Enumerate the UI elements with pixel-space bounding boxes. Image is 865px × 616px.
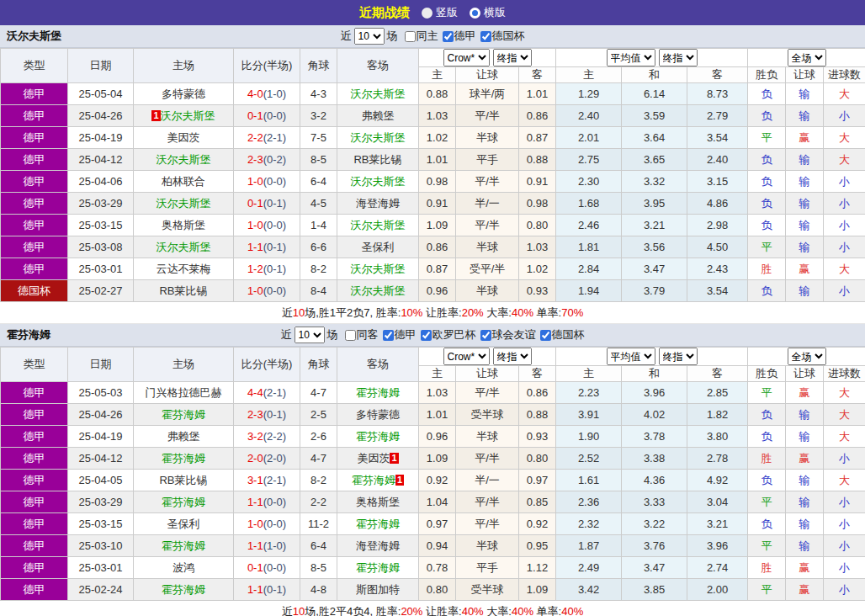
team-link[interactable]: 霍芬海姆 [162,496,205,508]
team-link[interactable]: 沃尔夫斯堡 [351,88,406,100]
bookmaker-select[interactable]: Crow* [443,348,490,365]
average-select[interactable]: 平均值 [607,49,655,66]
filter-checkbox[interactable] [383,330,394,341]
table-row: 德甲25-04-19弗赖堡3-2(2-2)2-6霍芬海姆0.96半球0.931.… [1,426,865,448]
filter-checkbox[interactable] [443,31,454,42]
team-link[interactable]: 霍芬海姆 [162,408,205,421]
odds-stage-select[interactable]: 终指 [493,49,532,66]
match-date: 25-03-15 [68,215,134,236]
team-link[interactable]: 弗赖堡 [362,109,395,122]
league-badge: 德甲 [1,193,68,215]
team-link[interactable]: RB莱比锡 [353,153,401,166]
team-link[interactable]: 霍芬海姆 [356,386,400,399]
match-count-select[interactable]: 10 [295,327,325,343]
team-link[interactable]: 沃尔夫斯堡 [157,197,211,210]
team-link[interactable]: 霍芬海姆 [356,518,400,530]
average-select[interactable]: 平均值 [607,348,655,365]
away-team: 奥格斯堡 [337,491,419,513]
layout-radio[interactable] [470,8,480,19]
filter-checkbox[interactable] [480,31,491,42]
team-link[interactable]: 霍芬海姆 [356,430,400,443]
filter-option[interactable]: 同主 [405,29,438,44]
filter-option[interactable]: 德国杯 [540,327,585,343]
match-count-select[interactable]: 10 [354,28,385,45]
team-link[interactable]: 霍芬海姆 [356,561,400,574]
home-team: 奥格斯堡 [134,215,234,236]
team-link[interactable]: RB莱比锡 [159,284,207,297]
team-link[interactable]: 门兴格拉德巴赫 [146,386,222,399]
layout-radio[interactable] [422,8,432,19]
team-link[interactable]: 斯图加特 [356,583,400,596]
team-link[interactable]: 柏林联合 [162,175,205,188]
away-team: 沃尔夫斯堡 [337,127,419,149]
team-link[interactable]: 沃尔夫斯堡 [351,131,406,144]
team-link[interactable]: 海登海姆 [356,197,400,210]
fulltime-score: 1-0 [247,518,263,530]
league-badge: 德甲 [1,579,68,601]
team-link[interactable]: 海登海姆 [356,539,400,552]
winlose-result: 负 [748,83,786,105]
avg-draw: 3.33 [622,491,687,513]
fulltime-select[interactable]: 全场 [788,49,826,66]
odds-stage-select[interactable]: 终指 [493,348,532,365]
fulltime-select[interactable]: 全场 [788,348,826,365]
team-link[interactable]: 霍芬海姆 [352,474,395,486]
filter-option[interactable]: 球会友谊 [480,327,536,343]
filter-option[interactable]: 德甲 [383,327,417,343]
filter-checkbox[interactable] [345,330,356,341]
team-link[interactable]: 奥格斯堡 [162,219,205,231]
filter-checkbox[interactable] [540,330,551,341]
filter-checkbox[interactable] [480,330,491,341]
team-link[interactable]: 沃尔夫斯堡 [161,109,215,122]
avg-stage-select[interactable]: 终指 [659,348,698,365]
team-link[interactable]: 多特蒙德 [162,88,205,100]
odds-home: 0.91 [419,193,456,215]
team-link[interactable]: 沃尔夫斯堡 [157,153,211,166]
topbar: 近期战绩 竖版横版 [0,0,865,25]
corner-count: 8-2 [300,258,337,280]
filter-checkbox[interactable] [421,330,432,341]
team-link[interactable]: RB莱比锡 [159,474,207,486]
team-link[interactable]: 沃尔夫斯堡 [351,175,406,188]
section-hoffenheim: 霍芬海姆 近 10 场 同客德甲欧罗巴杯球会友谊德国杯 类型 日期 主场 比分(… [0,324,865,616]
avg-away: 3.04 [687,491,748,513]
avg-home: 2.32 [556,513,622,535]
goals-result: 大 [824,258,865,280]
filter-option[interactable]: 德甲 [443,29,476,44]
filter-checkbox[interactable] [405,31,416,42]
team-link[interactable]: 奥格斯堡 [356,496,400,508]
team-link[interactable]: 美因茨 [167,131,200,144]
team-link[interactable]: 圣保利 [167,518,200,530]
avg-draw: 3.56 [622,236,687,258]
filter-option[interactable]: 同客 [345,327,379,343]
team-link[interactable]: 美因茨 [357,452,390,465]
team-link[interactable]: 云达不莱梅 [157,263,211,275]
summary-value: 10% [401,306,422,319]
odds-handicap: 半球 [456,236,519,258]
team-link[interactable]: 霍芬海姆 [162,452,205,465]
team-link[interactable]: 沃尔夫斯堡 [351,219,406,231]
handicap-result: 赢 [786,258,824,280]
team-link[interactable]: 沃尔夫斯堡 [157,241,211,253]
red-card-badge: 1 [395,475,404,486]
fulltime-score: 4-4 [247,386,263,399]
filter-checkbox-label: 德国杯 [492,29,525,44]
team-link[interactable]: 多特蒙德 [356,408,400,421]
fulltime-score: 0-1 [247,561,263,574]
team-link[interactable]: 沃尔夫斯堡 [351,284,406,297]
summary-value: 20% [462,306,484,319]
team-link[interactable]: 弗赖堡 [167,430,200,443]
home-team: 霍芬海姆 [134,491,234,513]
team-link[interactable]: 沃尔夫斯堡 [351,263,406,275]
team-link[interactable]: 圣保利 [362,241,395,253]
team-link[interactable]: 霍芬海姆 [162,583,205,596]
col-avg-draw: 和 [622,67,687,83]
halftime-score: (0-1) [263,263,286,275]
avg-stage-select[interactable]: 终指 [659,49,698,66]
team-link[interactable]: 波鸿 [172,561,194,574]
bookmaker-select[interactable]: Crow* [443,49,490,66]
corner-count: 6-6 [300,236,337,258]
filter-option[interactable]: 德国杯 [480,29,525,44]
team-link[interactable]: 霍芬海姆 [162,539,205,552]
filter-option[interactable]: 欧罗巴杯 [421,327,476,343]
